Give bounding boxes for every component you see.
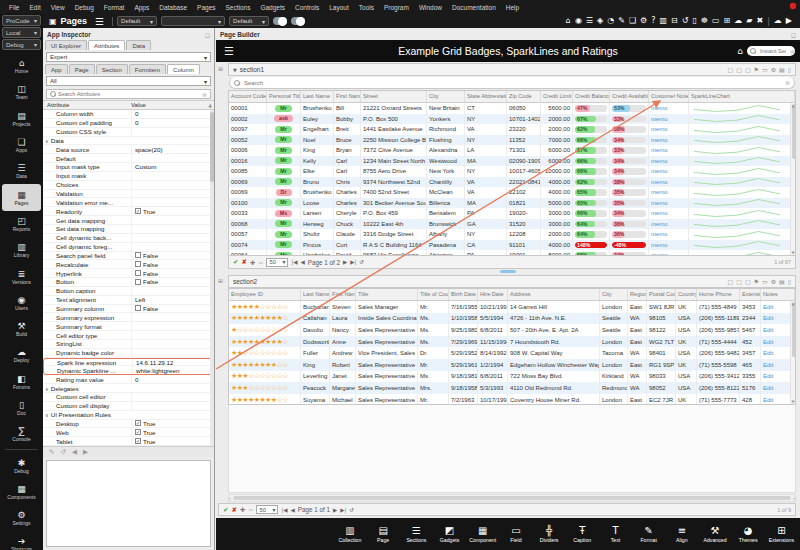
bottom-tool-dividers[interactable]: ╬Dividers <box>533 525 566 543</box>
column-header[interactable]: Credit Limit <box>541 91 573 102</box>
customer-row[interactable]: 00074MrPincusCurtR A S C Building 1164Pa… <box>229 240 795 251</box>
star-rating[interactable]: ★★★★★☆☆☆☆☆ <box>231 303 288 311</box>
menu-tools[interactable]: Tools <box>354 4 379 11</box>
attribute-search-input[interactable] <box>58 91 200 97</box>
property-value[interactable]: ✓True <box>131 428 214 436</box>
section2-header[interactable]: section2 ▢▢▢⚑▭⚙▤▯ <box>228 275 796 288</box>
clear-search-icon[interactable]: ⊗ <box>785 79 790 86</box>
page-select[interactable]: ▾ <box>161 16 225 26</box>
sidebar-item-projects[interactable]: ▤Projects <box>0 106 43 132</box>
column-header[interactable]: Personal Title <box>267 91 301 102</box>
star-rating[interactable]: ★★★★★★★★☆☆ <box>231 396 288 404</box>
column-header[interactable]: Region <box>628 289 647 300</box>
cancel-icon[interactable]: ✘ <box>241 258 246 266</box>
first-page-icon[interactable]: |◀ <box>281 507 287 513</box>
star-rating[interactable]: ★★★★★★★★★☆ <box>231 314 288 322</box>
sidebar-item-build[interactable]: ⚒Build <box>0 316 43 342</box>
column-header[interactable]: City <box>427 91 465 102</box>
column-header[interactable]: Country <box>676 289 697 300</box>
property-value[interactable]: white:lightgreen <box>132 366 213 374</box>
customer-row[interactable]: 00097MrEngelhartBrett1441 Eastlake Avenu… <box>229 124 795 135</box>
next-page-icon[interactable]: ▶ <box>333 507 337 513</box>
employee-row[interactable]: ★★★★★★★★☆☆KingRobertSales Representative… <box>229 359 795 371</box>
bottom-tool-extensions[interactable]: ⊞Extensions <box>765 525 798 543</box>
collapse-icon[interactable]: ▢ <box>728 278 734 285</box>
page-copy-icon[interactable]: ❏ <box>629 17 636 25</box>
bottom-tool-collection[interactable]: ▥Collection <box>333 525 366 543</box>
menu-edit[interactable]: Edit <box>24 4 45 11</box>
property-value[interactable] <box>131 340 214 348</box>
add-page-icon[interactable]: ⊞ <box>724 17 731 25</box>
last-page-icon[interactable]: ▶| <box>340 507 346 513</box>
accept-icon[interactable]: ✔ <box>223 506 228 514</box>
scroll-up-icon[interactable]: ▲ <box>208 102 214 108</box>
cell-link[interactable]: Edit <box>763 350 773 356</box>
procode-select[interactable]: ProCode▾ <box>2 15 41 26</box>
badge-icon[interactable]: ▭ <box>762 278 768 285</box>
cell-link[interactable]: memo <box>651 147 668 153</box>
column-header[interactable]: City <box>600 289 628 300</box>
menu-sections[interactable]: Sections <box>221 4 256 11</box>
sidebar-item-versions[interactable]: ≣Versions <box>0 263 43 289</box>
prev-icon[interactable]: ◀ <box>72 448 77 456</box>
column-header[interactable]: Extension <box>740 289 761 300</box>
sidebar-item-library[interactable]: ▥Library <box>0 237 43 263</box>
checkbox-unchecked[interactable] <box>135 270 141 276</box>
column-header[interactable]: First Name <box>334 91 361 102</box>
flag-icon[interactable]: ⚑ <box>754 66 759 73</box>
cell-link[interactable]: Edit <box>763 397 773 403</box>
property-value[interactable] <box>131 181 214 189</box>
save-icon[interactable]: ⊟ <box>671 17 678 25</box>
employee-row[interactable]: ★★★☆☆☆☆☆☆☆LeverlingJanetSales Representa… <box>229 371 795 383</box>
column-header[interactable]: Title <box>356 289 418 300</box>
section-splitter[interactable] <box>216 269 800 274</box>
menu-apps[interactable]: Apps <box>129 4 154 11</box>
menu-window[interactable]: Window <box>414 4 447 11</box>
menu-documentation[interactable]: Documentation <box>447 4 501 11</box>
print-icon[interactable]: ▤ <box>779 278 785 285</box>
gear-icon[interactable]: ⚙ <box>771 278 776 285</box>
menu-layout[interactable]: Layout <box>324 4 354 11</box>
checkbox-unchecked[interactable] <box>135 279 141 285</box>
property-value[interactable]: Left <box>131 296 214 304</box>
chevron-icon[interactable]: ∨ <box>45 138 49 144</box>
filter-icon[interactable]: ▼ <box>233 67 237 73</box>
home-icon[interactable]: ⌂ <box>566 17 571 25</box>
customer-row[interactable]: 00052MrNoelBruce2250 Mission College Blv… <box>229 135 795 146</box>
section-expand-icon[interactable]: ⊞ <box>218 277 223 284</box>
dock-icon[interactable]: ◻ <box>205 31 210 38</box>
grid1-search-input[interactable] <box>242 79 783 87</box>
bottom-tool-component[interactable]: ▦Component <box>466 525 499 543</box>
upload-icon[interactable]: ☁ <box>734 17 742 25</box>
property-value[interactable]: ✓True <box>131 207 214 215</box>
undo-icon[interactable]: ↺ <box>682 17 689 25</box>
library-icon[interactable]: ▥ <box>659 17 667 25</box>
hamburger-menu-icon[interactable]: ☰ <box>95 16 104 27</box>
checkbox-checked[interactable]: ✓ <box>135 208 141 214</box>
clear-search-icon[interactable]: ⊗ <box>202 91 207 98</box>
bottom-tool-page[interactable]: ▤Page <box>367 525 400 543</box>
sidebar-item-debug[interactable]: ✱Debug <box>0 452 43 478</box>
trash-icon[interactable]: ▯ <box>788 278 791 285</box>
layout-select[interactable]: Default▾ <box>229 16 269 26</box>
package-icon[interactable]: ▰ <box>746 17 752 25</box>
scroll-down-icon[interactable]: ▼ <box>791 399 795 404</box>
property-value[interactable] <box>131 172 214 180</box>
section-expand-icon[interactable]: ⊞ <box>218 65 223 72</box>
cell-link[interactable]: memo <box>651 200 668 206</box>
property-value[interactable]: False <box>131 278 214 286</box>
popout-icon[interactable]: ▢ <box>745 278 751 285</box>
sidebar-item-doc[interactable]: ▯Doc <box>0 395 43 421</box>
settings-icon[interactable]: ☸ <box>701 17 708 25</box>
services-icon[interactable]: ⚙ <box>640 17 647 25</box>
cell-link[interactable]: memo <box>651 126 668 132</box>
cell-link[interactable]: memo <box>651 231 668 237</box>
scroll-up-icon[interactable]: ▲ <box>791 301 795 306</box>
cell-link[interactable]: Edit <box>763 327 773 333</box>
next-icon[interactable]: ▶ <box>83 448 88 456</box>
scroll-down-icon[interactable]: ▼ <box>791 250 795 255</box>
customer-row[interactable]: 00002askEuleyBobbyP.O. Box 500YonkersNY1… <box>229 114 795 125</box>
star-rating[interactable]: ★☆☆☆☆☆☆☆☆☆ <box>231 326 288 334</box>
subtab-page[interactable]: Page <box>69 64 95 74</box>
property-value[interactable] <box>131 128 214 136</box>
